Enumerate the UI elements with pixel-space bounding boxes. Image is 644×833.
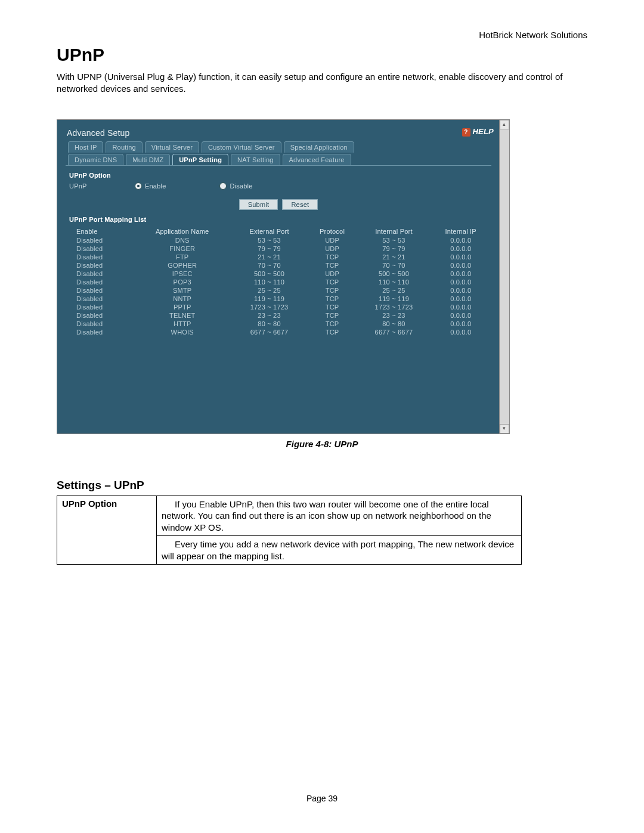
page-title: UPnP (57, 45, 587, 65)
scroll-down-icon[interactable]: ▾ (500, 424, 509, 433)
panel-title: Advanced Setup (67, 128, 491, 138)
upnp-mapping-table: EnableApplication NameExternal PortProto… (66, 227, 491, 336)
page-number: Page 39 (0, 794, 644, 803)
upnp-enable-radio[interactable]: Enable (135, 182, 166, 190)
tab-nat-setting[interactable]: NAT Setting (231, 154, 280, 165)
table-row: DisabledTELNET23 ~ 23TCP23 ~ 230.0.0.0 (66, 311, 491, 320)
tabs-row-1: Host IPRoutingVirtual ServerCustom Virtu… (66, 141, 491, 153)
col-application-name: Application Name (133, 227, 232, 236)
submit-button[interactable]: Submit (239, 199, 278, 210)
col-external-port: External Port (232, 227, 307, 236)
tab-virtual-server[interactable]: Virtual Server (145, 141, 199, 153)
table-row: DisabledHTTP80 ~ 80TCP80 ~ 800.0.0.0 (66, 320, 491, 328)
col-protocol: Protocol (307, 227, 358, 236)
reset-button[interactable]: Reset (282, 199, 318, 210)
table-row: DisabledGOPHER70 ~ 70TCP70 ~ 700.0.0.0 (66, 261, 491, 270)
settings-table: UPnP Option If you Enable UPnP, then thi… (57, 496, 522, 565)
tab-custom-virtual-server[interactable]: Custom Virtual Server (202, 141, 281, 153)
col-enable: Enable (66, 227, 133, 236)
col-internal-ip: Internal IP (430, 227, 491, 236)
tab-routing[interactable]: Routing (106, 141, 142, 153)
upnp-disable-radio[interactable]: Disable (219, 182, 252, 190)
table-row: DisabledWHOIS6677 ~ 6677TCP6677 ~ 66770.… (66, 328, 491, 336)
table-row: DisabledNNTP119 ~ 119TCP119 ~ 1190.0.0.0 (66, 295, 491, 303)
scrollbar[interactable]: ▴ ▾ (499, 120, 509, 433)
figure-caption: Figure 4-8: UPnP (57, 439, 587, 449)
router-screenshot: ?HELP Advanced Setup Host IPRoutingVirtu… (57, 119, 510, 434)
table-row: DisabledPOP3110 ~ 110TCP110 ~ 1100.0.0.0 (66, 278, 491, 286)
help-icon: ? (462, 128, 470, 137)
table-row: DisabledSMTP25 ~ 25TCP25 ~ 250.0.0.0 (66, 286, 491, 295)
table-row: DisabledPPTP1723 ~ 1723TCP1723 ~ 17230.0… (66, 303, 491, 311)
tabs-row-2: Dynamic DNSMulti DMZUPnP SettingNAT Sett… (66, 154, 491, 165)
settings-heading: Settings – UPnP (57, 479, 587, 492)
table-row: DisabledFINGER79 ~ 79UDP79 ~ 790.0.0.0 (66, 244, 491, 253)
tab-upnp-setting[interactable]: UPnP Setting (172, 154, 228, 165)
help-link[interactable]: ?HELP (462, 127, 494, 137)
upnp-option-heading: UPnP Option (69, 172, 491, 179)
spec-val-1: If you Enable UPnP, then this two wan ro… (157, 496, 522, 536)
mapping-list-heading: UPnP Port Mapping List (69, 216, 491, 223)
tab-special-application[interactable]: Special Application (284, 141, 354, 153)
scroll-up-icon[interactable]: ▴ (500, 120, 509, 129)
tab-advanced-feature[interactable]: Advanced Feature (283, 154, 351, 165)
table-row: DisabledDNS53 ~ 53UDP53 ~ 530.0.0.0 (66, 236, 491, 244)
tab-dynamic-dns[interactable]: Dynamic DNS (68, 154, 123, 165)
col-internal-port: Internal Port (358, 227, 431, 236)
intro-paragraph: With UPNP (Universal Plug & Play) functi… (57, 71, 587, 95)
upnp-radio-row: UPnP Enable Disable (66, 182, 491, 190)
table-row: DisabledFTP21 ~ 21TCP21 ~ 210.0.0.0 (66, 253, 491, 261)
radio-icon (135, 182, 142, 190)
spec-val-2: Every time you add a new network device … (157, 536, 522, 565)
radio-icon (219, 182, 227, 190)
upnp-field-label: UPnP (69, 182, 135, 190)
tab-host-ip[interactable]: Host IP (68, 141, 103, 153)
table-row: DisabledIPSEC500 ~ 500UDP500 ~ 5000.0.0.… (66, 270, 491, 278)
spec-key: UPnP Option (57, 496, 157, 565)
tab-multi-dmz[interactable]: Multi DMZ (126, 154, 170, 165)
brand-text: HotBrick Network Solutions (57, 30, 587, 40)
